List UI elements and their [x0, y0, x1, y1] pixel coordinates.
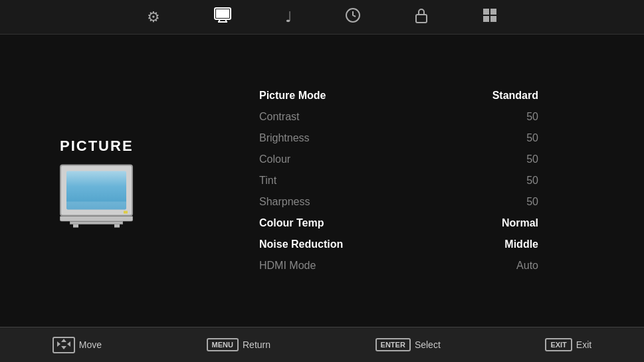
setting-row-contrast[interactable]: Contrast 50	[259, 106, 538, 128]
arrow-key	[53, 337, 75, 353]
move-control: Move	[53, 337, 102, 353]
enter-key: ENTER	[376, 338, 411, 351]
section-title: PICTURE	[60, 137, 134, 155]
value-colour: 50	[485, 153, 538, 165]
clock-icon[interactable]	[345, 7, 361, 27]
svg-rect-6	[416, 15, 427, 23]
lock-icon[interactable]	[414, 7, 429, 27]
svg-rect-7	[483, 9, 489, 15]
exit-key: EXIT	[545, 338, 572, 351]
value-brightness: 50	[485, 132, 538, 144]
value-noise-reduction: Middle	[485, 238, 538, 250]
svg-marker-14	[61, 346, 66, 349]
svg-rect-1	[216, 9, 229, 18]
label-colour: Colour	[259, 153, 290, 165]
setting-row-picture-mode[interactable]: Picture Mode Standard	[259, 85, 538, 106]
svg-marker-13	[61, 339, 66, 342]
select-label: Select	[415, 339, 441, 350]
label-picture-mode: Picture Mode	[259, 90, 326, 102]
svg-rect-8	[490, 9, 496, 15]
grid-icon[interactable]	[482, 7, 498, 27]
setting-row-brightness[interactable]: Brightness 50	[259, 128, 538, 149]
value-tint: 50	[485, 175, 538, 187]
svg-rect-9	[483, 16, 489, 22]
label-contrast: Contrast	[259, 111, 299, 123]
setting-row-colour-temp[interactable]: Colour Temp Normal	[259, 213, 538, 234]
label-sharpness: Sharpness	[259, 196, 310, 208]
return-control: MENU Return	[207, 338, 270, 351]
svg-marker-11	[57, 341, 60, 347]
main-content: PICTURE Picture Mode Standard Contrast 5…	[0, 35, 644, 327]
value-picture-mode: Standard	[485, 90, 538, 102]
setting-row-noise-reduction[interactable]: Noise Reduction Middle	[259, 234, 538, 255]
svg-rect-10	[490, 16, 496, 22]
tv-monitor-icon	[60, 165, 133, 225]
monitor-icon[interactable]	[213, 7, 232, 27]
move-label: Move	[79, 339, 102, 350]
setting-row-tint[interactable]: Tint 50	[259, 170, 538, 191]
label-tint: Tint	[259, 175, 276, 187]
setting-row-sharpness[interactable]: Sharpness 50	[259, 191, 538, 213]
picture-section: PICTURE	[60, 137, 134, 225]
label-hdmi-mode: HDMI Mode	[259, 260, 316, 272]
exit-label: Exit	[576, 339, 591, 350]
bottom-bar: Move MENU Return ENTER Select EXIT Exit	[0, 327, 644, 362]
return-label: Return	[243, 339, 270, 350]
label-colour-temp: Colour Temp	[259, 217, 324, 229]
settings-icon[interactable]: ⚙	[147, 9, 160, 26]
label-brightness: Brightness	[259, 132, 310, 144]
value-contrast: 50	[485, 111, 538, 123]
value-colour-temp: Normal	[485, 217, 538, 229]
top-nav: ⚙ ♩	[0, 0, 644, 35]
value-sharpness: 50	[485, 196, 538, 208]
settings-panel: Picture Mode Standard Contrast 50 Bright…	[259, 85, 538, 276]
setting-row-hdmi-mode[interactable]: HDMI Mode Auto	[259, 255, 538, 276]
select-control: ENTER Select	[376, 338, 441, 351]
label-noise-reduction: Noise Reduction	[259, 238, 343, 250]
music-icon[interactable]: ♩	[285, 9, 292, 26]
exit-control: EXIT Exit	[545, 338, 591, 351]
svg-marker-12	[67, 341, 70, 347]
value-hdmi-mode: Auto	[485, 260, 538, 272]
setting-row-colour[interactable]: Colour 50	[259, 149, 538, 170]
menu-key: MENU	[207, 338, 239, 351]
